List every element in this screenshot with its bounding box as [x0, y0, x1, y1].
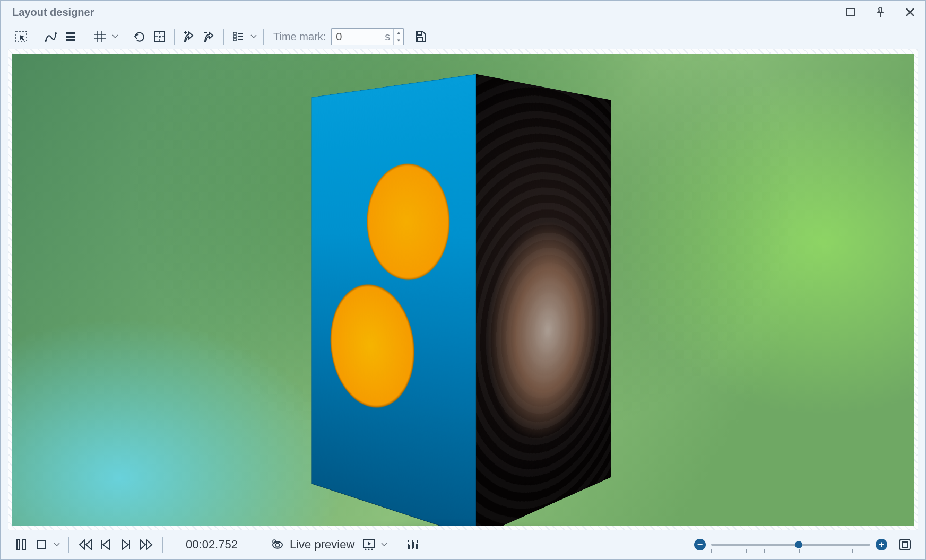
preview-mode-button[interactable]	[360, 536, 378, 554]
separator	[36, 29, 36, 45]
zoom-control: − +	[694, 538, 887, 551]
maximize-icon	[846, 7, 855, 17]
timecode-display: 00:02.752	[178, 538, 246, 552]
spinner-up[interactable]: ▲	[394, 29, 403, 37]
svg-rect-14	[17, 539, 20, 550]
svg-rect-11	[233, 39, 236, 41]
equalizer-button[interactable]	[404, 536, 422, 554]
eye-icon	[271, 539, 284, 550]
list-tool-button[interactable]	[229, 28, 247, 46]
grid-dropdown[interactable]	[111, 28, 119, 46]
pause-icon	[15, 538, 27, 551]
prev-frame-icon	[100, 539, 111, 550]
live-preview-toggle[interactable]	[269, 536, 287, 554]
next-frame-button[interactable]	[117, 536, 135, 554]
spinner-down[interactable]: ▼	[394, 37, 403, 45]
svg-rect-26	[408, 545, 410, 549]
slider-track-line	[711, 544, 870, 546]
slider-thumb[interactable]	[795, 541, 802, 548]
grid-tool-button[interactable]	[91, 28, 109, 46]
close-icon	[905, 7, 915, 17]
grid-icon	[93, 30, 106, 43]
svg-point-22	[368, 549, 370, 550]
svg-rect-6	[66, 39, 75, 41]
svg-point-8	[159, 36, 161, 38]
separator	[223, 29, 224, 45]
svg-rect-0	[847, 8, 854, 16]
cube-shadow	[272, 523, 654, 526]
separator	[174, 29, 175, 45]
list-icon	[232, 30, 245, 43]
keyframe-remove-icon	[203, 30, 215, 43]
canvas-area	[8, 49, 918, 530]
list-dropdown[interactable]	[249, 28, 258, 46]
monitor-play-icon	[362, 539, 375, 550]
svg-rect-28	[899, 539, 910, 550]
time-mark-input[interactable]: s ▲ ▼	[331, 28, 404, 45]
svg-rect-16	[37, 540, 46, 549]
separator	[162, 537, 163, 553]
window-controls	[843, 4, 918, 20]
time-mark-field[interactable]	[332, 31, 385, 43]
keyframe-remove-button[interactable]	[200, 28, 218, 46]
chevron-down-icon	[250, 34, 257, 39]
cube-right-face	[475, 74, 611, 526]
focus-tool-button[interactable]	[151, 28, 169, 46]
fit-icon	[898, 538, 911, 551]
svg-rect-12	[418, 32, 422, 35]
preview-canvas[interactable]	[12, 54, 914, 526]
time-mark-label: Time mark:	[273, 31, 326, 43]
rewind-button[interactable]	[76, 536, 94, 554]
zoom-in-button[interactable]: +	[876, 539, 887, 550]
preview-mode-dropdown[interactable]	[380, 536, 388, 554]
separator	[85, 29, 85, 45]
separator	[261, 537, 261, 553]
rewind-icon	[79, 539, 92, 550]
fit-view-button[interactable]	[896, 536, 914, 554]
separator	[396, 537, 396, 553]
zoom-out-button[interactable]: −	[694, 539, 706, 550]
live-preview-label: Live preview	[290, 538, 354, 552]
save-icon	[414, 30, 427, 43]
close-button[interactable]	[902, 4, 918, 20]
separator	[68, 537, 69, 553]
stop-dropdown[interactable]	[53, 536, 61, 554]
svg-point-23	[371, 549, 373, 550]
next-frame-icon	[120, 539, 132, 550]
keyframe-add-button[interactable]	[180, 28, 198, 46]
svg-rect-4	[66, 32, 75, 34]
select-tool-button[interactable]	[12, 28, 30, 46]
maximize-button[interactable]	[843, 4, 859, 20]
cube-transition	[357, 99, 569, 480]
pause-button[interactable]	[12, 536, 30, 554]
svg-rect-27	[416, 544, 418, 549]
pin-button[interactable]	[872, 4, 888, 20]
zoom-slider[interactable]	[711, 538, 870, 551]
save-button[interactable]	[411, 28, 429, 46]
stack-tool-button[interactable]	[62, 28, 80, 46]
cube	[389, 89, 550, 504]
path-icon	[44, 30, 57, 43]
prev-frame-button[interactable]	[97, 536, 115, 554]
chevron-down-icon	[112, 34, 118, 39]
window-title: Layout designer	[12, 6, 94, 19]
undo-icon	[133, 30, 146, 43]
svg-point-3	[55, 32, 57, 34]
stop-button[interactable]	[32, 536, 50, 554]
separator	[125, 29, 125, 45]
playback-bar: 00:02.752 Live preview − +	[1, 530, 925, 559]
svg-rect-29	[902, 542, 907, 547]
top-toolbar: Time mark: s ▲ ▼	[1, 24, 925, 49]
chevron-down-icon	[54, 542, 60, 547]
layout-designer-window: Layout designer	[0, 0, 926, 560]
path-tool-button[interactable]	[41, 28, 59, 46]
focus-icon	[153, 30, 166, 43]
undo-button[interactable]	[131, 28, 149, 46]
keyframe-add-icon	[183, 30, 195, 43]
time-mark-unit: s	[385, 31, 393, 43]
separator	[263, 29, 264, 45]
selection-icon	[15, 30, 28, 43]
svg-point-2	[45, 40, 47, 42]
stack-icon	[64, 30, 77, 43]
fast-forward-button[interactable]	[137, 536, 155, 554]
